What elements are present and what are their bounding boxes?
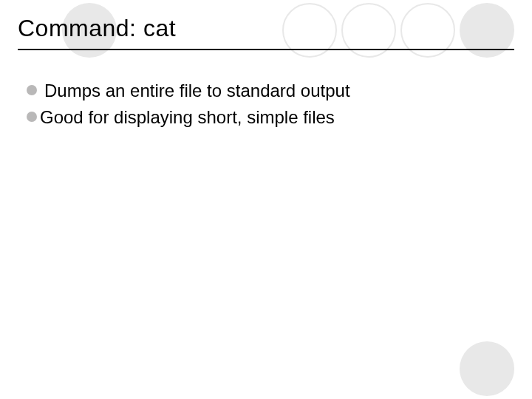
list-item: Good for displaying short, simple files (27, 106, 505, 129)
slide-content: Dumps an entire file to standard output … (27, 80, 505, 133)
list-item: Dumps an entire file to standard output (27, 80, 505, 102)
bullet-text: Good for displaying short, simple files (40, 106, 335, 129)
title-underline (18, 49, 514, 50)
decorative-circles (0, 0, 532, 399)
bullet-icon (27, 112, 37, 122)
bullet-text: Dumps an entire file to standard output (44, 80, 350, 102)
bullet-icon (27, 85, 37, 95)
deco-circle-icon (460, 341, 514, 396)
slide-title: Command: cat (18, 15, 176, 42)
